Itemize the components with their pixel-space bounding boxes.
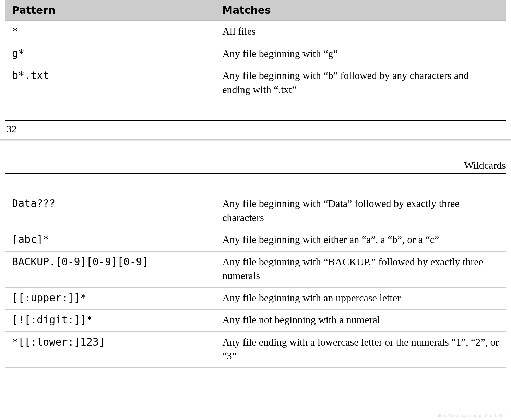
table-row: *[[:lower:]123] Any file ending with a l…: [5, 331, 506, 368]
cell-matches: Any file beginning with “BACKUP.” follow…: [215, 251, 506, 287]
cell-matches: Any file beginning with “Data” followed …: [215, 193, 506, 229]
table-row: * All files: [5, 21, 506, 43]
page-number: 32: [7, 123, 17, 135]
table-row: [abc]* Any file beginning with either an…: [5, 229, 506, 251]
watermark: https://blog.csdn.net/qq_34515959: [437, 413, 505, 418]
wildcard-table-top: Pattern Matches * All files g* Any file …: [5, 0, 506, 101]
cell-matches: Any file beginning with an uppercase let…: [215, 287, 506, 310]
wildcard-table-bottom: Data??? Any file beginning with “Data” f…: [5, 193, 506, 368]
header-matches: Matches: [215, 0, 506, 21]
cell-pattern: Data???: [5, 193, 215, 229]
cell-pattern: *[[:lower:]123]: [5, 331, 215, 368]
cell-matches: Any file beginning with either an “a”, a…: [215, 229, 506, 251]
table-row: [[:upper:]]* Any file beginning with an …: [5, 287, 506, 310]
cell-pattern: *: [5, 21, 215, 43]
table-row: [![:digit:]]* Any file not beginning wit…: [5, 309, 506, 331]
table-row: b*.txt Any file beginning with “b” follo…: [5, 65, 506, 101]
running-head: Wildcards: [5, 160, 506, 174]
cell-pattern: BACKUP.[0-9][0-9][0-9]: [5, 251, 215, 287]
cell-matches: Any file not beginning with a numeral: [215, 309, 506, 331]
table-header-row: Pattern Matches: [5, 0, 506, 21]
header-pattern: Pattern: [5, 0, 215, 21]
cell-pattern: [abc]*: [5, 229, 215, 251]
cell-pattern: b*.txt: [5, 65, 215, 101]
table-row: BACKUP.[0-9][0-9][0-9] Any file beginnin…: [5, 251, 506, 287]
cell-matches: Any file beginning with “b” followed by …: [215, 65, 506, 101]
cell-matches: All files: [215, 21, 506, 43]
page-footer-rule: 32: [5, 120, 506, 139]
table-row: Data??? Any file beginning with “Data” f…: [5, 193, 506, 229]
cell-matches: Any file ending with a lowercase letter …: [215, 331, 506, 368]
cell-matches: Any file beginning with “g”: [215, 43, 506, 65]
table-row: g* Any file beginning with “g”: [5, 43, 506, 65]
cell-pattern: [![:digit:]]*: [5, 309, 215, 331]
cell-pattern: g*: [5, 43, 215, 65]
cell-pattern: [[:upper:]]*: [5, 287, 215, 310]
